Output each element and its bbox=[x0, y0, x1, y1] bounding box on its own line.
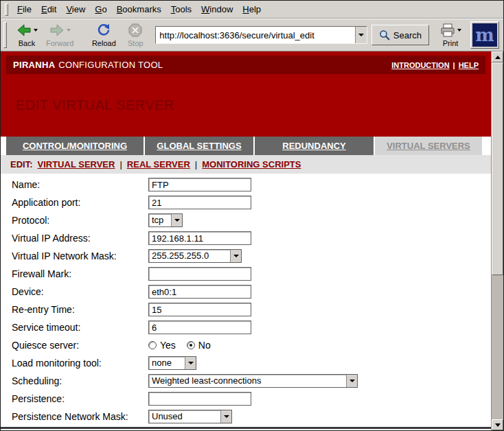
tab-bar: CONTROL/MONITORING GLOBAL SETTINGS REDUN… bbox=[1, 137, 491, 155]
print-icon bbox=[440, 23, 455, 38]
menu-edit[interactable]: Edit bbox=[36, 3, 61, 16]
header-links: INTRODUCTION | HELP bbox=[391, 61, 479, 69]
scrollbar-thumb[interactable] bbox=[492, 62, 503, 275]
toolbar-grippy[interactable] bbox=[5, 3, 8, 16]
virtual-ip-input[interactable] bbox=[148, 231, 251, 245]
device-label: Device: bbox=[12, 286, 148, 297]
subnav: EDIT: VIRTUAL SERVER | REAL SERVER | MON… bbox=[1, 155, 491, 174]
reentry-time-input[interactable] bbox=[148, 303, 251, 316]
firewall-mark-label: Firewall Mark: bbox=[12, 268, 148, 279]
radio-circle-icon bbox=[148, 341, 157, 349]
menu-file[interactable]: File bbox=[12, 3, 36, 16]
subnav-link-monitoring-scripts[interactable]: MONITORING SCRIPTS bbox=[202, 159, 301, 170]
toolbar-grippy[interactable] bbox=[3, 22, 7, 48]
menu-bar: File Edit View Go Bookmarks Tools Window… bbox=[1, 1, 503, 19]
back-button[interactable]: Back bbox=[11, 20, 43, 50]
application-port-input[interactable] bbox=[148, 196, 251, 209]
url-bar bbox=[155, 26, 367, 44]
vertical-scrollbar[interactable] bbox=[491, 51, 503, 430]
scheduling-select[interactable]: Weighted least-connections bbox=[148, 374, 358, 388]
load-tool-label: Load monitoring tool: bbox=[12, 358, 148, 369]
persistence-network-mask-value: Unused bbox=[149, 410, 220, 423]
persistence-mask-label: Persistence Network Mask: bbox=[12, 411, 148, 422]
tab-virtual-servers[interactable]: VIRTUAL SERVERS bbox=[375, 137, 482, 155]
form-row-scheduling: Scheduling: Weighted least-connections bbox=[1, 372, 491, 390]
chevron-down-icon bbox=[230, 250, 241, 262]
form-row-protocol: Protocol: tcp bbox=[1, 211, 491, 229]
menu-tools[interactable]: Tools bbox=[166, 3, 196, 16]
quiesce-no-label: No bbox=[198, 340, 211, 351]
back-label: Back bbox=[19, 39, 35, 47]
app-title-rest: CONFIGURATION TOOL bbox=[58, 60, 163, 70]
back-dropdown-caret[interactable] bbox=[34, 29, 38, 32]
persistence-network-mask-select[interactable]: Unused bbox=[148, 410, 232, 423]
vip-mask-label: Virtual IP Network Mask: bbox=[12, 251, 148, 261]
form-row-vip-mask: Virtual IP Network Mask: 255.255.255.0 bbox=[1, 247, 491, 265]
header-link-separator: | bbox=[453, 61, 455, 69]
browser-content: PIRANHACONFIGURATION TOOL INTRODUCTION |… bbox=[1, 51, 503, 430]
chevron-down-icon bbox=[185, 357, 196, 369]
persistence-label: Persistence: bbox=[12, 393, 148, 404]
port-label: Application port: bbox=[12, 197, 148, 208]
mozilla-logo[interactable]: m bbox=[470, 21, 499, 49]
search-icon bbox=[379, 30, 390, 40]
print-dropdown-caret[interactable] bbox=[457, 29, 461, 32]
search-button[interactable]: Search bbox=[371, 25, 429, 45]
reentry-label: Re-entry Time: bbox=[12, 304, 148, 315]
quiesce-label: Quiesce server: bbox=[12, 340, 148, 351]
app-title-bold: PIRANHA bbox=[13, 60, 55, 70]
menu-bookmarks[interactable]: Bookmarks bbox=[112, 3, 166, 16]
menu-help[interactable]: Help bbox=[238, 3, 266, 16]
quiesce-yes-radio[interactable]: Yes bbox=[148, 340, 176, 351]
scrollbar-track[interactable] bbox=[492, 62, 503, 419]
navigation-toolbar: Back Forward Reload bbox=[1, 19, 503, 51]
form-row-vip: Virtual IP Address: bbox=[1, 229, 491, 247]
tab-control-monitoring[interactable]: CONTROL/MONITORING bbox=[6, 137, 144, 155]
tab-global-settings[interactable]: GLOBAL SETTINGS bbox=[145, 137, 253, 155]
arrow-down-icon bbox=[495, 423, 501, 427]
forward-button[interactable]: Forward bbox=[43, 20, 77, 50]
menu-window[interactable]: Window bbox=[196, 3, 238, 16]
load-monitoring-tool-value: none bbox=[149, 357, 185, 369]
form-row-name: Name: bbox=[1, 176, 491, 194]
reload-button[interactable]: Reload bbox=[88, 20, 119, 50]
radio-circle-icon bbox=[187, 341, 195, 349]
chevron-down-icon bbox=[358, 34, 364, 36]
url-dropdown-button[interactable] bbox=[355, 27, 367, 43]
vip-network-mask-value: 255.255.255.0 bbox=[149, 250, 230, 262]
load-monitoring-tool-select[interactable]: none bbox=[148, 356, 196, 370]
device-input[interactable] bbox=[148, 285, 251, 299]
vip-network-mask-select[interactable]: 255.255.255.0 bbox=[148, 249, 242, 263]
forward-dropdown-caret[interactable] bbox=[67, 29, 71, 32]
subnav-link-virtual-server[interactable]: VIRTUAL SERVER bbox=[38, 159, 115, 170]
subnav-separator: | bbox=[119, 159, 122, 170]
arrow-up-icon bbox=[495, 56, 501, 59]
firewall-mark-input[interactable] bbox=[148, 267, 251, 281]
protocol-select-value: tcp bbox=[149, 214, 171, 226]
app-title: PIRANHACONFIGURATION TOOL bbox=[13, 60, 163, 70]
form-row-device: Device: bbox=[1, 283, 491, 301]
menu-view[interactable]: View bbox=[61, 3, 90, 16]
scheduling-value: Weighted least-connections bbox=[149, 375, 346, 387]
scroll-up-button[interactable] bbox=[492, 51, 503, 62]
menu-go[interactable]: Go bbox=[90, 3, 111, 16]
protocol-select[interactable]: tcp bbox=[148, 213, 183, 227]
service-timeout-input[interactable] bbox=[148, 321, 251, 334]
subnav-link-real-server[interactable]: REAL SERVER bbox=[127, 159, 190, 170]
stop-button[interactable]: Stop bbox=[119, 20, 151, 50]
search-label: Search bbox=[393, 30, 422, 40]
quiesce-no-radio[interactable]: No bbox=[187, 340, 211, 351]
section-divider bbox=[1, 427, 491, 429]
help-link[interactable]: HELP bbox=[459, 61, 479, 69]
app-header: PIRANHACONFIGURATION TOOL INTRODUCTION |… bbox=[6, 56, 485, 74]
scroll-down-button[interactable] bbox=[492, 419, 503, 430]
quiesce-radio-group: Yes No bbox=[148, 340, 211, 351]
mozilla-m-icon: m bbox=[472, 23, 497, 47]
persistence-input[interactable] bbox=[148, 392, 251, 406]
url-input[interactable] bbox=[156, 27, 354, 43]
introduction-link[interactable]: INTRODUCTION bbox=[391, 61, 449, 69]
reload-icon bbox=[96, 23, 111, 38]
name-input[interactable] bbox=[148, 178, 251, 191]
print-button[interactable]: Print bbox=[435, 20, 466, 50]
tab-redundancy[interactable]: REDUNDANCY bbox=[255, 137, 374, 155]
